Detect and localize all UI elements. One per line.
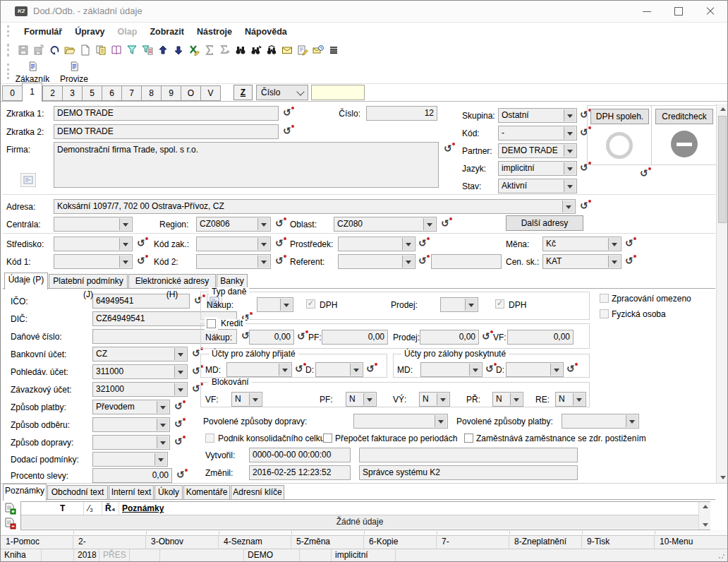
history-icon[interactable]: ↺ — [176, 470, 187, 481]
menu-napoveda[interactable]: Nápověda — [238, 27, 293, 37]
save-icon[interactable] — [16, 44, 30, 56]
region-select[interactable]: CZ0806 — [196, 217, 271, 232]
tab-ukoly[interactable]: Úkoly — [154, 485, 183, 500]
record-tab-6[interactable]: 6 — [102, 85, 122, 101]
stredisko-select[interactable] — [54, 237, 133, 251]
povolene-platby-select[interactable] — [562, 414, 639, 429]
scroll-up-icon[interactable] — [717, 104, 728, 114]
move-down-icon[interactable] — [171, 44, 185, 56]
oblast-select[interactable]: CZ080 — [334, 217, 437, 232]
povolene-dopravy-select[interactable] — [353, 414, 448, 429]
kredit-vf-input[interactable]: 0,00 — [507, 330, 574, 345]
referent-select[interactable] — [338, 254, 415, 269]
scroll-down-icon[interactable] — [700, 520, 710, 530]
filter-form-icon[interactable] — [140, 44, 154, 56]
menu-lines-icon[interactable] — [327, 44, 340, 56]
history-icon[interactable]: ↺ — [566, 364, 577, 375]
dph-spoleh-button[interactable]: DPH spoleh. — [590, 109, 649, 124]
kredit-pf-input[interactable]: 0,00 — [322, 330, 388, 345]
history-icon[interactable]: ↺ — [580, 201, 590, 212]
history-icon[interactable]: ↺ — [275, 218, 286, 229]
zkratka2-input[interactable]: DEMO TRADE — [54, 124, 279, 139]
history-icon[interactable]: ↺ — [283, 126, 293, 137]
record-tab-1[interactable]: 1 — [22, 83, 42, 102]
procento-slevy-input[interactable]: 0,00 — [92, 468, 172, 483]
typ-dane-nakup-select[interactable] — [257, 297, 293, 312]
fkey-10[interactable]: 10-Menu — [655, 536, 727, 549]
tab-platebni-podminky[interactable]: Platební podmínky (J) — [49, 274, 128, 289]
fkey-2[interactable]: 2- — [73, 536, 146, 549]
zpusob-odberu-select[interactable] — [92, 417, 170, 432]
history-icon[interactable]: ↺ — [174, 419, 185, 430]
history-icon[interactable]: ↺ — [418, 238, 429, 249]
kredit-nakup-input[interactable]: 0,00 — [249, 330, 294, 345]
record-tab-2[interactable]: 2 — [42, 85, 63, 101]
filter-icon[interactable] — [125, 44, 138, 56]
history-icon[interactable]: ↺ — [174, 436, 185, 448]
tab-poznamky[interactable]: Poznámky — [3, 484, 47, 501]
kod1-select[interactable] — [54, 254, 133, 269]
menu-upravy[interactable]: Úpravy — [68, 27, 111, 37]
fkey-6[interactable]: 6-Kopie — [364, 536, 437, 549]
tab-obchodni-text[interactable]: Obchodní text — [47, 485, 108, 500]
fkey-9[interactable]: 9-Tisk — [582, 536, 655, 549]
book-icon[interactable] — [109, 44, 123, 56]
tab-komentare[interactable]: Komentáře — [183, 485, 230, 500]
add-note-icon[interactable] — [4, 503, 16, 518]
fkey-8[interactable]: 8-Zneplatnění — [509, 536, 582, 549]
save-special-icon[interactable] — [32, 44, 45, 56]
pohledav-ucet-select[interactable]: 311000 — [92, 364, 188, 379]
zalohy-poskytnute-md-select[interactable] — [420, 362, 483, 377]
prepocet-checkbox[interactable] — [323, 434, 332, 443]
copy-special-icon[interactable] — [94, 44, 107, 56]
menu-drag-handle[interactable] — [7, 25, 9, 37]
stav-select[interactable]: Aktivní — [498, 179, 577, 193]
edit-text-icon[interactable] — [296, 44, 309, 56]
history-icon[interactable]: ↺ — [625, 238, 636, 249]
zamestnava-checkbox[interactable] — [464, 434, 473, 443]
close-button[interactable] — [695, 1, 726, 22]
history-icon[interactable]: ↺ — [297, 331, 308, 342]
toolbar-drag-handle[interactable] — [7, 44, 9, 56]
tab-udaje[interactable]: Údaje (P) — [4, 273, 48, 289]
history-icon[interactable]: ↺ — [137, 238, 147, 249]
zpusob-platby-select[interactable]: Převodem — [92, 400, 170, 414]
history-icon[interactable]: ↺ — [283, 107, 293, 119]
dalsi-adresy-button[interactable]: Další adresy — [506, 215, 583, 231]
history-icon[interactable]: ↺ — [444, 143, 454, 155]
partner-select[interactable]: DEMO TRADE — [498, 143, 577, 158]
centrala-select[interactable] — [54, 217, 133, 232]
zakaznik-button[interactable]: Zákazník — [12, 61, 53, 83]
undo-icon[interactable] — [47, 44, 61, 56]
record-tab-0[interactable]: 0 — [2, 85, 23, 101]
menu-zobrazit[interactable]: Zobrazit — [143, 27, 190, 37]
scrollbar-thumb[interactable] — [718, 116, 727, 223]
mena-select[interactable]: Kč — [542, 237, 621, 251]
open-icon[interactable] — [63, 44, 76, 56]
record-tab-7[interactable]: 7 — [121, 85, 142, 101]
search-field-select[interactable]: Číslo — [256, 85, 308, 100]
blok-re-select[interactable]: N — [555, 392, 586, 407]
send-mail-icon[interactable] — [280, 44, 293, 56]
blok-pr-select[interactable]: N — [492, 392, 523, 407]
fkey-4[interactable]: 4-Seznam — [219, 536, 291, 549]
fkey-7[interactable]: 7- — [437, 536, 509, 549]
maximize-button[interactable] — [663, 1, 694, 22]
history-icon[interactable]: ↺ — [485, 364, 496, 375]
notes-scrollbar[interactable] — [698, 502, 710, 530]
fkey-5[interactable]: 5-Změna — [291, 536, 364, 549]
referent-name-input[interactable] — [431, 254, 502, 269]
record-tab-3[interactable]: 3 — [62, 85, 83, 101]
kod-select[interactable]: - — [498, 126, 577, 140]
bankovni-ucet-select[interactable]: CZ — [92, 347, 188, 361]
firma-input[interactable]: Demonstrační firma Trade, spol. s r.o. — [54, 142, 439, 188]
history-icon[interactable]: ↺ — [275, 238, 286, 249]
jazyk-select[interactable]: implicitní — [498, 161, 577, 176]
history-icon[interactable]: ↺ — [625, 256, 636, 267]
fkey-1[interactable]: 1-Pomoc — [1, 536, 73, 549]
kredit-prodej-input[interactable]: 0,00 — [420, 330, 479, 345]
history-icon[interactable]: ↺ — [366, 364, 377, 375]
adresa-select[interactable]: Koksární 1097/7, 702 00 Ostrava-Přívoz, … — [54, 199, 576, 214]
history-icon[interactable]: ↺ — [640, 168, 650, 179]
history-icon[interactable]: ↺ — [418, 256, 429, 267]
